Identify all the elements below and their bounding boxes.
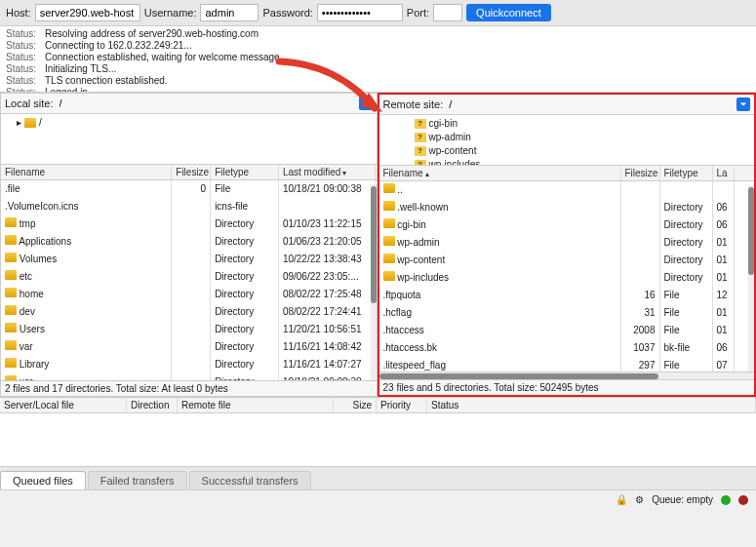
message-log: Status:Resolving address of server290.we… — [0, 26, 756, 93]
table-row[interactable]: .litespeed_flag297File07 — [379, 357, 755, 371]
table-row[interactable]: usrDirectory10/18/21 09:00:38 — [1, 373, 377, 380]
file-panes: Local site: ▸/ Filename Filesize Filetyp… — [0, 93, 756, 397]
remote-pane: Remote site: ? cgi-bin? wp-admin? wp-con… — [378, 93, 757, 397]
password-input[interactable] — [317, 4, 403, 21]
table-row[interactable]: .file0File10/18/21 09:00:38 — [1, 180, 377, 198]
folder-icon — [383, 218, 395, 228]
remote-col-modified[interactable]: La — [713, 166, 735, 180]
tree-node[interactable]: ? wp-content — [383, 144, 751, 158]
bottom-tab-bar: Queued files Failed transfers Successful… — [0, 466, 756, 490]
table-row[interactable]: varDirectory11/16/21 14:08:42 — [1, 338, 377, 356]
log-line: Status:Initializing TLS... — [6, 63, 750, 75]
local-tree-root[interactable]: / — [39, 116, 42, 130]
folder-icon — [5, 340, 17, 350]
folder-icon — [5, 270, 17, 280]
username-input[interactable] — [200, 4, 259, 21]
remote-col-filesize[interactable]: Filesize — [621, 166, 660, 180]
tree-node[interactable]: ? cgi-bin — [383, 117, 751, 131]
quickconnect-button[interactable]: Quickconnect — [466, 4, 551, 21]
table-row[interactable]: .hcflag31File01 — [379, 304, 755, 322]
connection-bar: Host: Username: Password: Port: Quickcon… — [0, 0, 756, 26]
local-scrollbar[interactable] — [371, 184, 377, 380]
thdr-size[interactable]: Size — [334, 398, 377, 412]
host-input[interactable] — [35, 4, 140, 21]
local-file-list-header[interactable]: Filename Filesize Filetype Last modified… — [1, 165, 377, 180]
table-row[interactable]: .. — [379, 181, 755, 199]
local-site-label: Local site: — [5, 98, 54, 109]
transfer-queue-body[interactable] — [0, 413, 756, 466]
unknown-folder-icon: ? — [415, 133, 426, 142]
table-row[interactable]: tmpDirectory01/10/23 11:22:15 — [1, 215, 377, 233]
transfer-queue-header[interactable]: Server/Local file Direction Remote file … — [0, 397, 756, 413]
tree-node[interactable]: ? wp-admin — [383, 131, 751, 144]
folder-icon — [5, 375, 17, 380]
folder-icon — [383, 236, 395, 246]
remote-path-dropdown-icon[interactable] — [736, 98, 750, 111]
thdr-direction[interactable]: Direction — [127, 398, 178, 412]
thdr-serverfile[interactable]: Server/Local file — [0, 398, 127, 412]
port-input[interactable] — [433, 4, 462, 21]
port-label: Port: — [407, 7, 429, 19]
table-row[interactable]: cgi-binDirectory06 — [379, 216, 755, 234]
remote-tree[interactable]: ? cgi-bin? wp-admin? wp-content? wp-incl… — [379, 115, 755, 166]
folder-icon — [5, 217, 17, 227]
local-tree[interactable]: ▸/ — [1, 114, 377, 165]
log-line: Status:TLS connection established. — [6, 75, 750, 87]
thdr-status[interactable]: Status — [427, 398, 756, 412]
local-col-modified[interactable]: Last modified▾ — [279, 165, 377, 179]
led-green-icon — [721, 495, 731, 505]
password-label: Password: — [262, 7, 312, 19]
table-row[interactable]: etcDirectory09/06/22 23:05:... — [1, 268, 377, 286]
table-row[interactable]: .htaccess.bk1037bk-file06 — [379, 339, 755, 357]
table-row[interactable]: wp-adminDirectory01 — [379, 234, 755, 252]
tab-queued-files[interactable]: Queued files — [0, 471, 86, 489]
unknown-folder-icon: ? — [415, 119, 426, 129]
local-path-dropdown-icon[interactable] — [359, 97, 373, 110]
gear-icon[interactable]: ⚙ — [635, 494, 644, 505]
table-row[interactable]: .VolumeIcon.icnsicns-file — [1, 198, 377, 215]
local-file-list[interactable]: Filename Filesize Filetype Last modified… — [1, 165, 377, 380]
thdr-remotefile[interactable]: Remote file — [178, 398, 334, 412]
local-path-bar: Local site: — [1, 94, 377, 114]
remote-col-filetype[interactable]: Filetype — [660, 166, 713, 180]
table-row[interactable]: ApplicationsDirectory01/06/23 21:20:05 — [1, 233, 377, 251]
remote-scrollbar[interactable] — [748, 185, 754, 371]
username-label: Username: — [144, 7, 197, 19]
local-pane: Local site: ▸/ Filename Filesize Filetyp… — [0, 93, 378, 397]
table-row[interactable]: UsersDirectory11/20/21 10:56:51 — [1, 321, 377, 338]
remote-path-bar: Remote site: — [379, 95, 755, 115]
table-row[interactable]: wp-contentDirectory01 — [379, 252, 755, 269]
table-row[interactable]: .htaccess2008File01 — [379, 322, 755, 339]
remote-path-input[interactable] — [447, 97, 736, 112]
folder-icon — [383, 271, 395, 281]
table-row[interactable]: wp-includesDirectory01 — [379, 269, 755, 287]
tab-failed-transfers[interactable]: Failed transfers — [88, 471, 187, 489]
table-row[interactable]: LibraryDirectory11/16/21 14:07:27 — [1, 356, 377, 373]
remote-file-list[interactable]: Filename▴ Filesize Filetype La .. .well-… — [379, 166, 755, 371]
local-summary: 2 files and 17 directories. Total size: … — [1, 380, 377, 396]
tree-node[interactable]: ? wp-includes — [383, 158, 751, 166]
tab-successful-transfers[interactable]: Successful transfers — [189, 471, 311, 489]
local-col-filename[interactable]: Filename — [1, 165, 172, 179]
folder-icon — [5, 358, 17, 368]
table-row[interactable]: devDirectory08/02/22 17:24:41 — [1, 303, 377, 321]
folder-icon — [5, 253, 17, 262]
table-row[interactable]: .ftpquota16File12 — [379, 287, 755, 304]
host-label: Host: — [6, 7, 31, 19]
log-line: Status:Connecting to 162.0.232.249:21... — [6, 40, 750, 52]
folder-icon — [5, 288, 17, 297]
local-col-filetype[interactable]: Filetype — [211, 165, 279, 179]
unknown-folder-icon: ? — [415, 146, 426, 156]
folder-icon — [5, 323, 17, 332]
remote-file-list-header[interactable]: Filename▴ Filesize Filetype La — [379, 166, 755, 181]
remote-hscrollbar[interactable] — [379, 371, 755, 379]
remote-col-filename[interactable]: Filename▴ — [379, 166, 621, 180]
table-row[interactable]: .well-knownDirectory06 — [379, 199, 755, 216]
table-row[interactable]: VolumesDirectory10/22/22 13:38:43 — [1, 251, 377, 268]
table-row[interactable]: homeDirectory08/02/22 17:25:48 — [1, 286, 377, 303]
log-line: Status:Connection established, waiting f… — [6, 52, 750, 63]
lock-icon: 🔒 — [616, 494, 627, 505]
local-col-filesize[interactable]: Filesize — [172, 165, 211, 179]
local-path-input[interactable] — [58, 96, 359, 111]
thdr-priority[interactable]: Priority — [377, 398, 427, 412]
